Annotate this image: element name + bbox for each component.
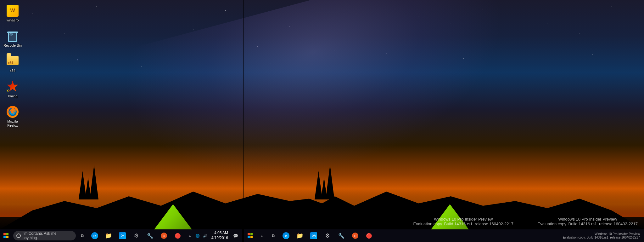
- pinned-app7[interactable]: 🔴: [171, 229, 185, 242]
- task-view-button-left[interactable]: ⧉: [77, 229, 88, 242]
- task-view-button-right[interactable]: ⧉: [268, 229, 279, 242]
- chevron-icon: ∧: [189, 234, 191, 238]
- notification-button-left[interactable]: 💬: [231, 229, 241, 242]
- win-logo-r-square-4: [250, 236, 253, 238]
- pinned-settings-right[interactable]: ⚙: [321, 229, 334, 242]
- tent-left: [154, 204, 192, 229]
- monitor-divider: [243, 0, 244, 242]
- task-view-icon-left: ⧉: [81, 233, 84, 239]
- cortana-search[interactable]: I'm Cortana. Ask me anything.: [13, 231, 76, 240]
- speaker-icon: 🔊: [203, 234, 207, 238]
- search-placeholder: I'm Cortana. Ask me anything.: [23, 231, 73, 240]
- system-tray-left: ∧ 🌐 🔊 4:05 AM 4/19/2016 💬: [185, 229, 242, 242]
- desktop-icon-xming[interactable]: X Xming: [2, 79, 24, 100]
- tray-chevron-left[interactable]: ∧: [186, 229, 194, 242]
- firefox-icon: [6, 106, 19, 118]
- settings-icon-right: ⚙: [324, 232, 331, 239]
- notification-icon-left: 💬: [233, 233, 238, 238]
- app8-icon: 🔴: [365, 232, 373, 239]
- desktop: W winaero ♻ Recycle Bin x6: [0, 0, 644, 242]
- firefox-label: Mozilla Firefox: [3, 119, 22, 128]
- explorer-icon-left: 📁: [105, 232, 112, 239]
- watermark-r-line2: Evaluation copy. Build 14316.rs1_release…: [563, 236, 640, 239]
- win-logo-r-square-1: [248, 233, 250, 235]
- taskbar-left: I'm Cortana. Ask me anything. ⧉ e 📁 🛍: [0, 229, 242, 242]
- pinned-ubuntu-right[interactable]: ⊙: [348, 229, 362, 242]
- desktop-icon-firefox[interactable]: Mozilla Firefox: [2, 104, 24, 129]
- recycle-bin-label: Recycle Bin: [3, 43, 22, 48]
- pinned-devtools[interactable]: 🔧: [143, 229, 157, 242]
- desktop-icon-x64[interactable]: x64 x64: [2, 54, 24, 74]
- tray-speaker-left[interactable]: 🔊: [201, 229, 209, 242]
- cortana-button-right[interactable]: ○: [256, 229, 268, 242]
- clock-left[interactable]: 4:05 AM 4/19/2016: [209, 229, 231, 242]
- devtools-icon-left: 🔧: [146, 232, 154, 239]
- pinned-settings[interactable]: ⚙: [129, 229, 143, 242]
- desktop-icon-winaero[interactable]: W winaero: [2, 3, 24, 24]
- start-button-left[interactable]: [0, 229, 12, 242]
- clock-date-left: 4/19/2016: [211, 236, 228, 241]
- ubuntu-icon-right: ⊙: [351, 232, 359, 239]
- taskbar-right: ○ ⧉ e 📁 🛍: [244, 229, 644, 242]
- ubuntu-icon-left: ⊙: [160, 232, 168, 239]
- winaero-icon: W: [6, 4, 19, 17]
- task-view-icon-right: ⧉: [272, 233, 275, 239]
- cortana-icon-right: ○: [260, 233, 264, 239]
- pinned-explorer-right[interactable]: 📁: [293, 229, 307, 242]
- clock-right[interactable]: Windows 10 Pro Insider Preview Evaluatio…: [560, 229, 642, 242]
- pinned-devtools-right[interactable]: 🔧: [334, 229, 348, 242]
- app7-icon: 🔴: [174, 232, 182, 239]
- pinned-apps-right: e 📁 🛍 ⚙ 🔧: [279, 229, 376, 242]
- clock-time-left: 4:05 AM: [214, 231, 228, 236]
- watermark-right-small: Windows 10 Pro Insider Preview Evaluatio…: [563, 232, 640, 239]
- devtools-icon-right: 🔧: [338, 232, 345, 239]
- win-logo-square-2: [6, 233, 8, 235]
- xming-icon: X: [6, 80, 19, 93]
- tent-right: [431, 204, 469, 229]
- recycle-bin-icon: ♻: [6, 30, 19, 42]
- network-icon: 🌐: [195, 234, 200, 238]
- tent-shape-right: [431, 204, 469, 229]
- x64-label: x64: [10, 69, 15, 73]
- explorer-icon-right: 📁: [296, 232, 304, 239]
- windows-logo-left: [3, 233, 8, 238]
- pinned-store[interactable]: 🛍: [115, 229, 129, 242]
- edge-icon: e: [91, 232, 98, 239]
- start-button-right[interactable]: [244, 229, 256, 242]
- winaero-label: winaero: [7, 18, 19, 22]
- search-icon: [16, 233, 21, 238]
- pinned-apps-left: e 📁 🛍 ⚙ 🔧: [88, 229, 185, 242]
- win-logo-square-4: [6, 236, 8, 238]
- pinned-edge-right[interactable]: e: [279, 229, 293, 242]
- windows-logo-right: [248, 233, 253, 238]
- system-tray-right: Windows 10 Pro Insider Preview Evaluatio…: [559, 229, 644, 242]
- store-icon-right: 🛍: [310, 232, 317, 239]
- desktop-icon-recycle-bin[interactable]: ♻ Recycle Bin: [2, 28, 24, 49]
- win-logo-square-1: [3, 233, 6, 235]
- tent-shape-left: [154, 204, 192, 229]
- store-icon-left: 🛍: [119, 232, 126, 239]
- win-logo-r-square-2: [250, 233, 253, 235]
- xming-label: Xming: [8, 94, 17, 98]
- win-logo-r-square-3: [248, 236, 250, 238]
- x64-icon: x64: [6, 55, 19, 67]
- win-logo-square-3: [3, 236, 6, 238]
- pinned-store-right[interactable]: 🛍: [307, 229, 321, 242]
- settings-icon-left: ⚙: [132, 232, 140, 239]
- desktop-icons: W winaero ♻ Recycle Bin x6: [2, 3, 24, 129]
- pinned-edge[interactable]: e: [88, 229, 102, 242]
- pinned-app8[interactable]: 🔴: [362, 229, 376, 242]
- edge-icon-right: e: [282, 232, 290, 239]
- pinned-ubuntu[interactable]: ⊙: [157, 229, 171, 242]
- watermark-r-line1: Windows 10 Pro Insider Preview: [563, 232, 640, 236]
- tray-network-left[interactable]: 🌐: [194, 229, 201, 242]
- pinned-explorer[interactable]: 📁: [102, 229, 115, 242]
